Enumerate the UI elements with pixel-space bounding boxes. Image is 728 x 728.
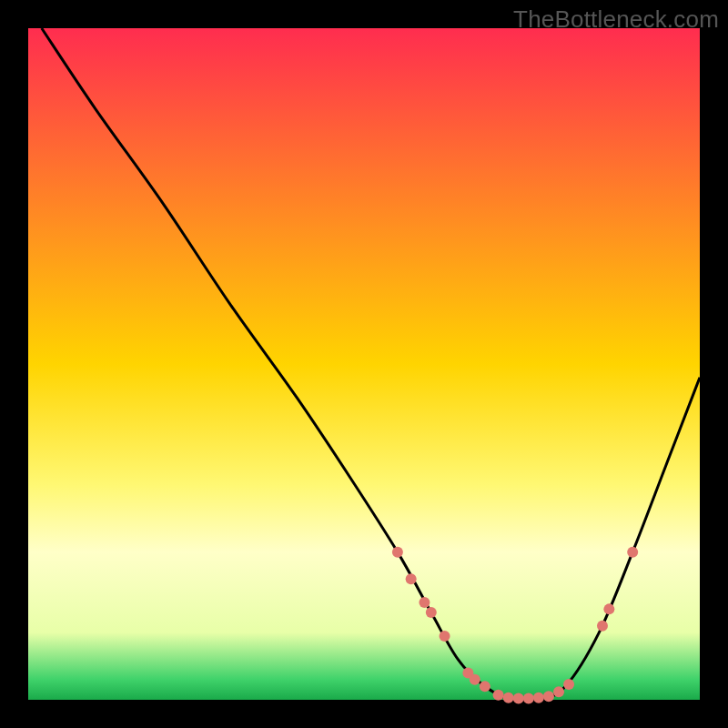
chart-container: TheBottleneck.com	[0, 0, 728, 728]
chart-plot-area	[28, 28, 700, 700]
curve-marker	[426, 607, 437, 618]
curve-marker	[563, 679, 574, 690]
bottleneck-chart	[0, 0, 728, 728]
curve-marker	[513, 693, 524, 704]
curve-marker	[533, 693, 544, 703]
curve-marker	[392, 547, 403, 558]
curve-marker	[480, 681, 490, 692]
curve-marker	[543, 691, 554, 702]
curve-marker	[440, 631, 450, 642]
curve-marker	[470, 674, 480, 685]
watermark-text: TheBottleneck.com	[513, 5, 719, 34]
curve-marker	[597, 621, 608, 632]
curve-marker	[523, 693, 534, 704]
curve-marker	[553, 686, 564, 697]
curve-marker	[603, 603, 614, 614]
curve-marker	[406, 573, 417, 584]
curve-marker	[493, 690, 504, 701]
curve-marker	[503, 693, 514, 703]
curve-marker	[419, 597, 430, 608]
curve-marker	[627, 547, 638, 558]
